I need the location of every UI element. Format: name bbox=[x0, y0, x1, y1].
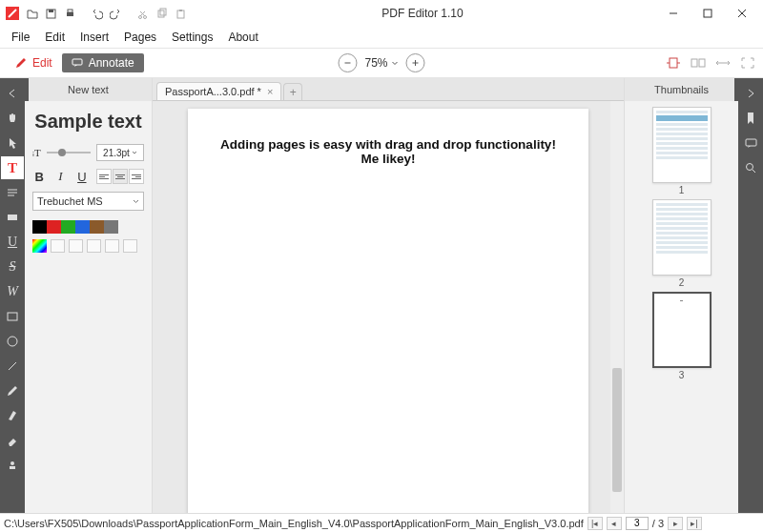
menu-edit[interactable]: Edit bbox=[39, 29, 71, 46]
recent-swatch-2[interactable] bbox=[69, 239, 83, 253]
zoom-in-button[interactable] bbox=[406, 53, 425, 72]
pencil-icon bbox=[15, 57, 27, 69]
undo-icon[interactable] bbox=[88, 5, 105, 22]
annotate-mode-button[interactable]: Annotate bbox=[62, 53, 144, 72]
thumbnail-item-selected[interactable]: ••• 3 bbox=[652, 292, 711, 380]
open-icon[interactable] bbox=[23, 5, 40, 22]
swatch-green[interactable] bbox=[61, 220, 75, 234]
font-size-slider[interactable] bbox=[47, 152, 91, 153]
thumbnail-item[interactable]: 2 bbox=[652, 199, 711, 288]
svg-rect-4 bbox=[68, 10, 72, 12]
edit-mode-button[interactable]: Edit bbox=[6, 53, 62, 72]
title-bar: PDF Editor 1.10 bbox=[0, 0, 763, 27]
collapse-left-icon[interactable] bbox=[1, 82, 24, 105]
next-page-button[interactable]: ▸ bbox=[668, 517, 683, 530]
scrollbar-thumb[interactable] bbox=[612, 368, 622, 492]
page-text-line: Me likey! bbox=[207, 152, 569, 166]
align-left-button[interactable] bbox=[96, 169, 112, 184]
color-picker-button[interactable] bbox=[32, 239, 47, 253]
bookmark-icon[interactable] bbox=[739, 107, 762, 130]
text-tool-icon[interactable]: T bbox=[1, 156, 24, 179]
annotate-mode-label: Annotate bbox=[89, 56, 134, 70]
page-canvas[interactable]: Adding pages is easy with drag and drop … bbox=[188, 109, 588, 513]
two-page-view-icon[interactable] bbox=[689, 55, 708, 71]
paragraph-tool-icon[interactable] bbox=[1, 181, 24, 204]
svg-rect-9 bbox=[177, 10, 184, 18]
status-filepath: C:\Users\FX505\Downloads\PassportApplica… bbox=[4, 518, 584, 529]
document-tab[interactable]: PassportA...3.0.pdf * × bbox=[156, 82, 281, 100]
quick-access-toolbar bbox=[4, 5, 189, 22]
zoom-out-button[interactable] bbox=[338, 53, 357, 72]
copy-icon[interactable] bbox=[153, 5, 170, 22]
svg-rect-3 bbox=[67, 12, 73, 16]
swatch-black[interactable] bbox=[32, 220, 47, 234]
align-center-button[interactable] bbox=[113, 169, 128, 184]
fit-width-icon[interactable] bbox=[713, 55, 732, 71]
page-number-input[interactable] bbox=[626, 517, 649, 530]
minimize-button[interactable] bbox=[656, 2, 691, 25]
underline-tool-icon[interactable]: U bbox=[1, 231, 24, 254]
swatch-red[interactable] bbox=[47, 220, 61, 234]
zoom-value-dropdown[interactable]: 75% bbox=[364, 56, 398, 70]
fullscreen-icon[interactable] bbox=[738, 55, 757, 71]
align-right-button[interactable] bbox=[129, 169, 144, 184]
thumbnail-label: 2 bbox=[679, 277, 685, 288]
cut-icon[interactable] bbox=[134, 5, 151, 22]
bold-button[interactable]: B bbox=[32, 170, 46, 184]
collapse-right-icon[interactable] bbox=[739, 82, 762, 105]
whiteout-tool-icon[interactable] bbox=[1, 206, 24, 229]
eraser-tool-icon[interactable] bbox=[1, 429, 24, 452]
underline-button[interactable]: U bbox=[75, 170, 89, 184]
italic-button[interactable]: I bbox=[53, 169, 67, 184]
recent-swatch-5[interactable] bbox=[123, 239, 137, 253]
menu-pages[interactable]: Pages bbox=[118, 29, 162, 46]
single-page-view-icon[interactable] bbox=[664, 55, 683, 71]
swatch-brown[interactable] bbox=[90, 220, 104, 234]
ellipse-tool-icon[interactable] bbox=[1, 330, 24, 353]
prev-page-button[interactable]: ◂ bbox=[607, 517, 622, 530]
close-button[interactable] bbox=[725, 2, 759, 25]
search-icon[interactable] bbox=[739, 156, 762, 179]
vertical-scrollbar[interactable] bbox=[610, 101, 624, 513]
pencil-tool-icon[interactable] bbox=[1, 379, 24, 402]
last-page-button[interactable]: ▸| bbox=[687, 517, 702, 530]
swatch-blue[interactable] bbox=[75, 220, 90, 234]
print-icon[interactable] bbox=[61, 5, 78, 22]
add-tab-button[interactable]: + bbox=[283, 83, 302, 100]
highlight-tool-icon[interactable]: W bbox=[1, 280, 24, 303]
svg-rect-10 bbox=[179, 10, 182, 11]
close-tab-icon[interactable]: × bbox=[267, 86, 273, 97]
comments-panel-icon[interactable] bbox=[739, 132, 762, 154]
svg-point-5 bbox=[138, 15, 141, 18]
rectangle-tool-icon[interactable] bbox=[1, 305, 24, 328]
strike-tool-icon[interactable]: S bbox=[1, 256, 24, 278]
redo-icon[interactable] bbox=[107, 5, 124, 22]
comment-icon bbox=[72, 57, 83, 69]
pointer-tool-icon[interactable] bbox=[1, 132, 24, 154]
font-family-dropdown[interactable]: Trebuchet MS bbox=[32, 192, 144, 211]
menu-file[interactable]: File bbox=[6, 29, 35, 46]
marker-tool-icon[interactable] bbox=[1, 404, 24, 427]
document-area: PassportA...3.0.pdf * × + Adding pages i… bbox=[153, 78, 624, 513]
hand-tool-icon[interactable] bbox=[1, 107, 24, 130]
recent-swatch-4[interactable] bbox=[105, 239, 119, 253]
stamp-tool-icon[interactable] bbox=[1, 454, 24, 477]
svg-point-32 bbox=[746, 163, 753, 170]
maximize-button[interactable] bbox=[691, 2, 725, 25]
menu-about[interactable]: About bbox=[222, 29, 263, 46]
page-text-line: Adding pages is easy with drag and drop … bbox=[207, 137, 569, 152]
font-size-field[interactable]: 21.3pt bbox=[96, 144, 144, 161]
menu-settings[interactable]: Settings bbox=[166, 29, 218, 46]
paste-icon[interactable] bbox=[172, 5, 189, 22]
save-icon[interactable] bbox=[42, 5, 59, 22]
line-tool-icon[interactable] bbox=[1, 355, 24, 378]
svg-point-29 bbox=[10, 461, 14, 465]
menu-insert[interactable]: Insert bbox=[74, 29, 114, 46]
recent-swatch-3[interactable] bbox=[87, 239, 101, 253]
thumbnails-panel-title: Thumbnails bbox=[654, 84, 709, 95]
page-viewport[interactable]: Adding pages is easy with drag and drop … bbox=[153, 101, 624, 513]
swatch-gray[interactable] bbox=[104, 220, 118, 234]
recent-swatch-1[interactable] bbox=[51, 239, 65, 253]
thumbnail-item[interactable]: 1 bbox=[652, 107, 711, 195]
first-page-button[interactable]: |◂ bbox=[588, 517, 603, 530]
